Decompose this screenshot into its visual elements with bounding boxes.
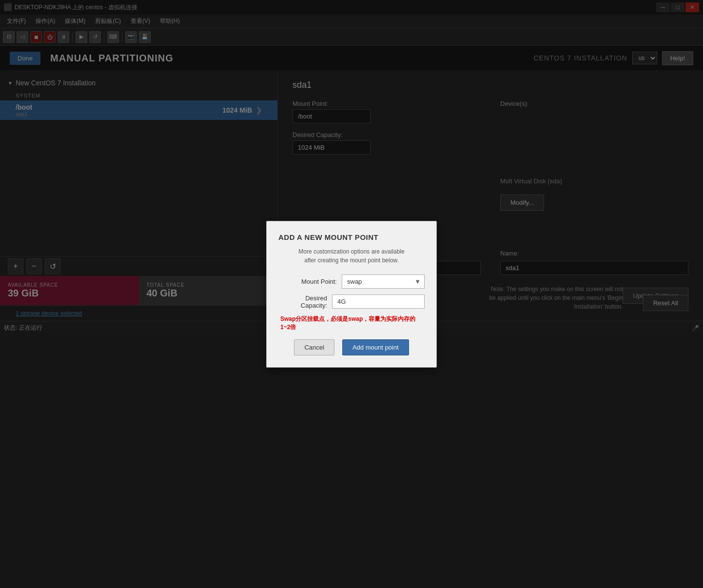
cancel-button[interactable]: Cancel [294,339,334,355]
add-mount-point-button[interactable]: Add mount point [342,339,409,355]
modal-mount-point-select[interactable]: swap / /boot /home /var /tmp [342,274,425,289]
modal-mount-point-row: Mount Point: swap / /boot /home /var /tm… [278,274,425,289]
modal-warning-text: Swap分区挂载点，必须是swap，容量为实际内存的1~2倍 [278,315,425,332]
modal-overlay: ADD A NEW MOUNT POINT More customization… [0,0,703,588]
add-mount-point-modal: ADD A NEW MOUNT POINT More customization… [266,221,437,368]
modal-capacity-input[interactable] [332,294,425,309]
modal-capacity-row: Desired Capacity: [278,294,425,309]
modal-title: ADD A NEW MOUNT POINT [278,233,425,241]
modal-capacity-label: Desired Capacity: [278,294,327,309]
modal-description: More customization options are available… [278,247,425,265]
modal-buttons: Cancel Add mount point [278,339,425,355]
modal-mount-point-label: Mount Point: [278,278,337,285]
modal-mount-point-wrapper: swap / /boot /home /var /tmp ▼ [342,274,425,289]
